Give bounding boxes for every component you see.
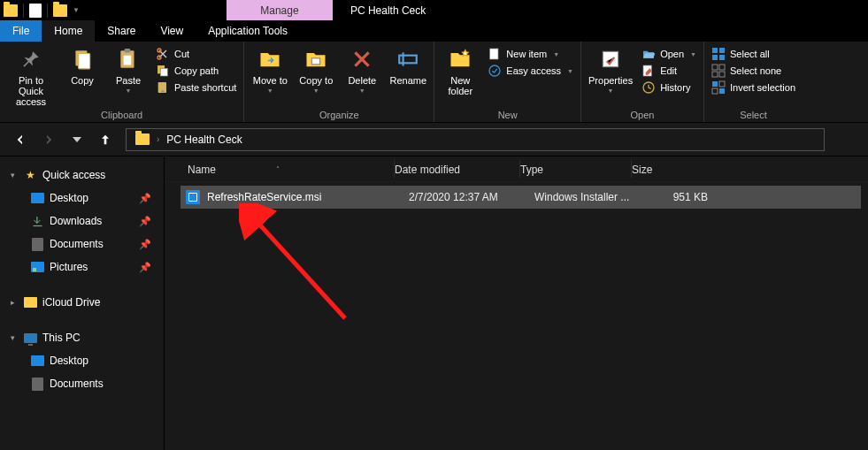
copy-path-icon	[156, 64, 170, 78]
edit-icon	[641, 64, 656, 78]
sidebar-item-pictures[interactable]: Pictures 📌	[0, 256, 164, 278]
svg-rect-27	[719, 81, 725, 87]
tab-home[interactable]: Home	[42, 20, 95, 42]
history-button[interactable]: History	[641, 80, 696, 95]
paste-button[interactable]: Paste ▼	[110, 45, 147, 94]
ribbon: Pin to Quick access Copy Paste ▼ Cut	[0, 42, 868, 123]
easy-access-button[interactable]: Easy access ▼	[488, 64, 573, 78]
paste-shortcut-icon	[156, 80, 170, 95]
svg-rect-12	[403, 52, 404, 65]
sidebar-item-documents-pc[interactable]: Documents	[0, 372, 164, 395]
group-label-organize: Organize	[319, 110, 359, 120]
svg-rect-20	[712, 55, 718, 60]
svg-rect-19	[719, 48, 725, 53]
navigation-pane: ▾ ★ Quick access Desktop 📌 Downloads 📌 D…	[0, 156, 165, 450]
documents-icon	[30, 377, 44, 391]
tab-share[interactable]: Share	[95, 20, 148, 42]
svg-rect-23	[719, 65, 725, 70]
folder-icon	[23, 295, 37, 309]
sidebar-item-this-pc[interactable]: ▾ This PC	[0, 326, 164, 349]
select-all-button[interactable]: Select all	[711, 47, 795, 61]
move-to-icon	[256, 45, 284, 73]
rename-button[interactable]: Rename	[389, 45, 426, 86]
qat-doc-icon[interactable]	[29, 4, 42, 18]
tab-view[interactable]: View	[148, 20, 196, 42]
desktop-icon	[30, 191, 44, 205]
computer-icon	[23, 331, 37, 345]
svg-rect-10	[312, 58, 320, 65]
tab-application-tools[interactable]: Application Tools	[196, 20, 300, 42]
window-title: PC Health Ceck	[350, 4, 426, 17]
pin-icon	[17, 45, 45, 73]
sidebar-item-desktop[interactable]: Desktop 📌	[0, 187, 164, 210]
star-icon: ★	[23, 168, 37, 182]
chevron-right-icon: ›	[157, 134, 159, 144]
contextual-tab-manage[interactable]: Manage	[227, 0, 333, 20]
delete-icon	[348, 45, 376, 73]
column-headers[interactable]: Name ˄ Date modified Type Size	[165, 156, 868, 182]
qat-folder-icon[interactable]	[53, 4, 67, 17]
new-folder-icon	[446, 45, 474, 73]
tab-file[interactable]: File	[0, 20, 42, 42]
svg-rect-18	[712, 48, 718, 53]
copy-to-icon	[302, 45, 330, 73]
desktop-icon	[30, 354, 44, 368]
sidebar-item-documents[interactable]: Documents 📌	[0, 233, 164, 256]
title-bar: ▼ Manage PC Health Ceck	[0, 0, 868, 20]
ribbon-group-new: New folder New item ▼ Easy access ▼ New	[434, 42, 581, 122]
qat-dropdown-icon[interactable]: ▼	[71, 6, 81, 14]
breadcrumb[interactable]: › PC Health Ceck	[126, 128, 825, 151]
file-type: Windows Installer ...	[534, 191, 646, 203]
column-type[interactable]: Type	[520, 164, 632, 176]
sidebar-item-downloads[interactable]: Downloads 📌	[0, 210, 164, 233]
up-button[interactable]	[97, 132, 113, 148]
new-item-icon	[488, 47, 502, 61]
cut-button[interactable]: Cut	[156, 47, 236, 61]
ribbon-tabs: File Home Share View Application Tools	[0, 20, 868, 42]
column-date[interactable]: Date modified	[395, 164, 520, 176]
pin-icon: 📌	[139, 193, 157, 204]
invert-selection-button[interactable]: Invert selection	[711, 80, 795, 95]
forward-button[interactable]	[41, 132, 57, 148]
paste-shortcut-button[interactable]: Paste shortcut	[156, 80, 236, 95]
select-none-button[interactable]: Select none	[711, 64, 795, 78]
pin-to-quick-access-button[interactable]: Pin to Quick access	[7, 45, 55, 107]
easy-access-icon	[488, 64, 502, 78]
rename-icon	[394, 45, 422, 73]
paste-icon	[114, 45, 142, 73]
column-size[interactable]: Size	[632, 164, 703, 176]
sidebar-item-desktop-pc[interactable]: Desktop	[0, 349, 164, 372]
column-name[interactable]: Name ˄	[188, 164, 395, 176]
svg-rect-25	[719, 72, 725, 77]
msi-file-icon	[186, 190, 200, 204]
svg-rect-24	[712, 72, 718, 77]
chevron-down-icon: ▼	[690, 51, 696, 57]
copy-button[interactable]: Copy	[64, 45, 101, 86]
open-icon	[641, 47, 656, 61]
delete-button[interactable]: Delete ▼	[343, 45, 380, 94]
svg-rect-29	[719, 88, 725, 94]
new-item-button[interactable]: New item ▼	[488, 47, 573, 61]
sidebar-item-icloud-drive[interactable]: ▸ iCloud Drive	[0, 291, 164, 314]
chevron-down-icon: ▾	[7, 333, 18, 342]
properties-button[interactable]: Properties ▼	[588, 45, 633, 94]
chevron-down-icon: ▼	[359, 88, 365, 94]
open-button[interactable]: Open ▼	[641, 47, 696, 61]
file-row[interactable]: RefreshRateService.msi 2/7/2020 12:37 AM…	[181, 186, 861, 209]
recent-locations-button[interactable]	[69, 132, 85, 148]
svg-rect-28	[712, 88, 718, 94]
app-folder-icon	[4, 4, 18, 17]
back-button[interactable]	[12, 132, 28, 148]
chevron-down-icon: ▼	[567, 68, 573, 74]
edit-button[interactable]: Edit	[641, 64, 696, 78]
copy-to-button[interactable]: Copy to ▼	[297, 45, 334, 94]
move-to-button[interactable]: Move to ▼	[251, 45, 288, 94]
new-folder-button[interactable]: New folder	[442, 45, 479, 96]
sidebar-item-quick-access[interactable]: ▾ ★ Quick access	[0, 164, 164, 187]
file-date: 2/7/2020 12:37 AM	[409, 191, 534, 203]
group-label-select: Select	[740, 110, 767, 120]
chevron-down-icon: ▼	[313, 88, 319, 94]
folder-icon	[135, 133, 150, 145]
copy-path-button[interactable]: Copy path	[156, 64, 236, 78]
breadcrumb-current[interactable]: PC Health Ceck	[166, 133, 242, 146]
